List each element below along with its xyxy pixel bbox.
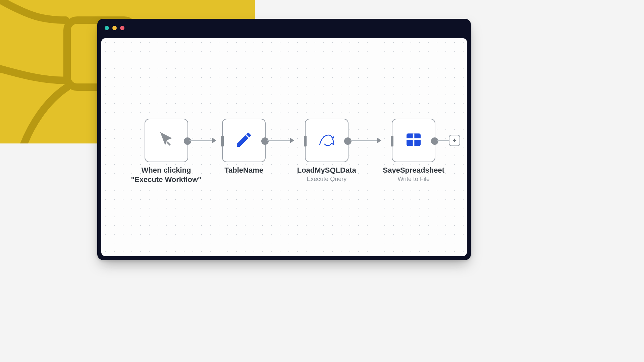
output-port[interactable] — [184, 137, 191, 145]
stage: When clicking "Execute Workflow" TableNa… — [0, 0, 512, 288]
node-subtitle: Execute Query — [307, 176, 346, 183]
traffic-light-zoom-icon[interactable] — [120, 26, 124, 30]
node-subtitle: Write to File — [397, 176, 430, 183]
connector — [351, 119, 381, 162]
node-spreadsheet[interactable]: SaveSpreadsheet Write to File — [381, 119, 447, 183]
output-port[interactable] — [261, 137, 269, 145]
app-window: When clicking "Execute Workflow" TableNa… — [97, 19, 471, 260]
plus-icon: + — [452, 137, 457, 144]
cursor-icon — [157, 130, 176, 150]
node-box[interactable] — [222, 119, 266, 162]
node-tablename[interactable]: TableName — [216, 119, 272, 175]
pencil-icon — [234, 130, 253, 150]
add-node-button[interactable]: + — [449, 135, 460, 146]
input-port[interactable] — [391, 136, 393, 146]
input-port[interactable] — [304, 136, 307, 146]
node-box[interactable] — [145, 119, 188, 162]
workflow-canvas[interactable]: When clicking "Execute Workflow" TableNa… — [101, 38, 467, 256]
node-box[interactable] — [392, 119, 435, 162]
node-title: SaveSpreadsheet — [383, 166, 444, 175]
traffic-light-minimize-icon[interactable] — [112, 26, 117, 30]
spreadsheet-icon — [404, 130, 423, 150]
dolphin-icon — [317, 130, 336, 150]
svg-rect-3 — [413, 133, 415, 146]
node-title: When clicking "Execute Workflow" — [129, 166, 203, 184]
input-port[interactable] — [221, 136, 224, 146]
node-box[interactable] — [305, 119, 348, 162]
window-titlebar — [97, 19, 124, 37]
connector — [267, 119, 293, 162]
connector-to-add — [437, 119, 449, 162]
node-title: LoadMySQLData — [297, 166, 356, 175]
workflow-flow: When clicking "Execute Workflow" TableNa… — [108, 119, 460, 184]
node-title: TableName — [224, 166, 263, 175]
traffic-light-close-icon[interactable] — [105, 26, 109, 30]
node-mysql[interactable]: LoadMySQLData Execute Query — [293, 119, 360, 183]
connector — [190, 119, 216, 162]
output-port[interactable] — [344, 137, 352, 145]
